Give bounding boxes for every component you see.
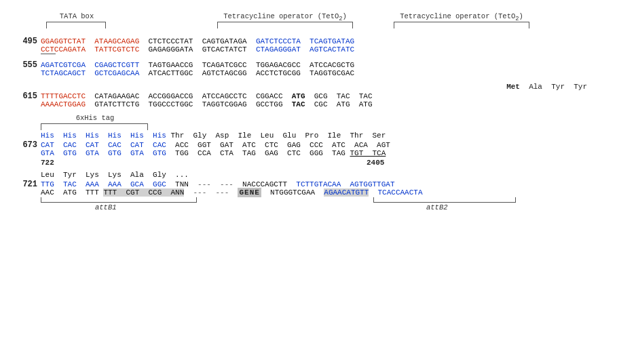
line-673-top: CAT CAC CAT CAC CAT CAC ACC GGT GAT ATC … [41,141,622,149]
line-615-bot: AAAACTGGAG GTATCTTCTG TGGCCCTGGC TAGGTCG… [41,100,622,108]
line-673: 673 CAT CAC CAT CAC CAT CAC ACC GGT GAT … [14,140,622,157]
line-615-top: TTTTGACCTC CATAGAAGAC ACCGGGACCG ATCCAGC… [41,92,622,100]
his-tag-label: 6xHis tag [41,114,149,122]
leu-aa-row: Leu Tyr Lys Lys Ala Gly ... [41,171,622,179]
met-aa-label: Met Ala Tyr Tyr [41,83,622,91]
line-555-top: AGATCGTCGA CGAGCTCGTT TAGTGAACCG TCAGATC… [41,61,622,69]
pos-2405: 2405 [367,159,384,167]
gene-box: GENE [238,188,261,197]
line-num-555: 555 [14,60,41,70]
line-721-top: TTG TAC AAA AAA GCA GGC TNN --- --- NACC… [41,180,622,188]
line-495: 495 GGAGGTCTAT ATAAGCAGAG CTCTCCCTAT CAG… [14,37,622,54]
line-721-bot: AAC ATG TTT TTT CGT CCG ANN --- --- GENE… [41,188,622,197]
line-495-bot: CCTCCAGATA TATTCGTCTC GAGAGGGATA GTCACTA… [41,45,622,54]
teto2-label-1: Tetracycline operator (TetO2) [217,12,353,22]
attb2-label: attB2 [426,203,448,211]
line-num-615: 615 [14,92,41,101]
pos-722: 722 [41,159,54,167]
teto2-label-2: Tetracycline operator (TetO2) [394,12,529,22]
line-615: 615 TTTTGACCTC CATAGAAGAC ACCGGGACCG ATC… [14,92,622,108]
line-495-top: GGAGGTCTAT ATAAGCAGAG CTCTCCCTAT CAGTGAT… [41,37,622,45]
line-555: 555 AGATCGTCGA CGAGCTCGTT TAGTGAACCG TCA… [14,60,622,77]
attb1-label: attB1 [95,203,117,211]
line-num-673: 673 [14,140,41,150]
line-673-bot: GTA GTG GTA GTG GTA GTG TGG CCA CTA TAG … [41,149,622,157]
line-num-495: 495 [14,37,41,46]
line-721: 721 TTG TAC AAA AAA GCA GGC TNN --- --- … [14,180,622,197]
tata-box-label: TATA box [46,12,107,20]
line-555-bot: TCTAGCAGCT GCTCGAGCAA ATCACTTGGC AGTCTAG… [41,69,622,77]
line-num-721: 721 [14,180,41,189]
his-aa-row: His His His His His His Thr Gly Asp Ile … [41,132,622,140]
